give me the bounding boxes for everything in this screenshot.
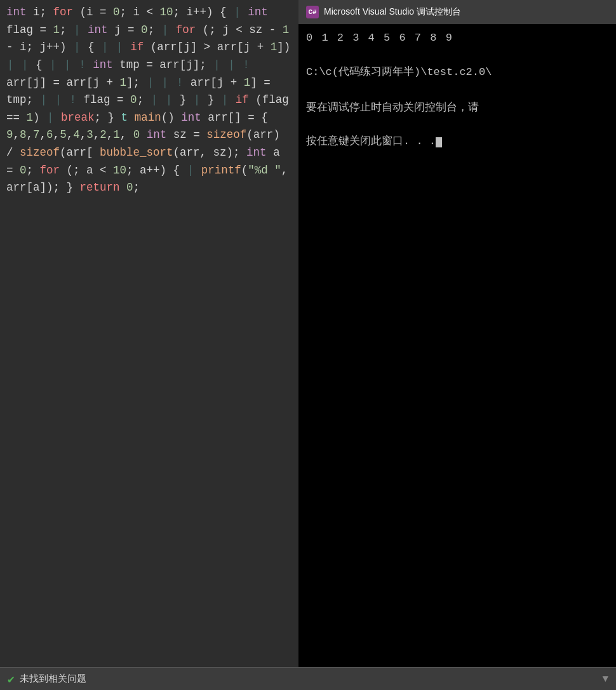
console-titlebar: C# Microsoft Visual Studio 调试控制台 bbox=[298, 0, 616, 24]
status-text: 未找到相关问题 bbox=[20, 673, 86, 685]
status-icon: ✔ bbox=[8, 672, 15, 686]
code-panel: int i; for (i = 0; i < 10; i++) { | int … bbox=[0, 0, 298, 667]
code-content: int i; for (i = 0; i < 10; i++) { | int … bbox=[0, 0, 298, 201]
console-panel: C# Microsoft Visual Studio 调试控制台 0 1 2 3… bbox=[298, 0, 616, 667]
vs-icon: C# bbox=[306, 6, 319, 18]
cursor bbox=[436, 137, 442, 147]
output-numbers: 0 1 2 3 4 5 6 7 8 9 bbox=[306, 29, 608, 46]
console-body[interactable]: 0 1 2 3 4 5 6 7 8 9 C:\c(代码练习两年半)\test.c… bbox=[298, 24, 616, 667]
output-msg2: 按任意键关闭此窗口. . . bbox=[306, 133, 608, 150]
status-bar: ✔ 未找到相关问题 ▼ bbox=[0, 667, 616, 690]
scroll-arrow-icon[interactable]: ▼ bbox=[602, 673, 608, 685]
output-path: C:\c(代码练习两年半)\test.c2.0\ bbox=[306, 64, 608, 81]
main-area: int i; for (i = 0; i < 10; i++) { | int … bbox=[0, 0, 616, 667]
output-msg1: 要在调试停止时自动关闭控制台，请 bbox=[306, 98, 608, 116]
console-title: Microsoft Visual Studio 调试控制台 bbox=[324, 6, 461, 18]
